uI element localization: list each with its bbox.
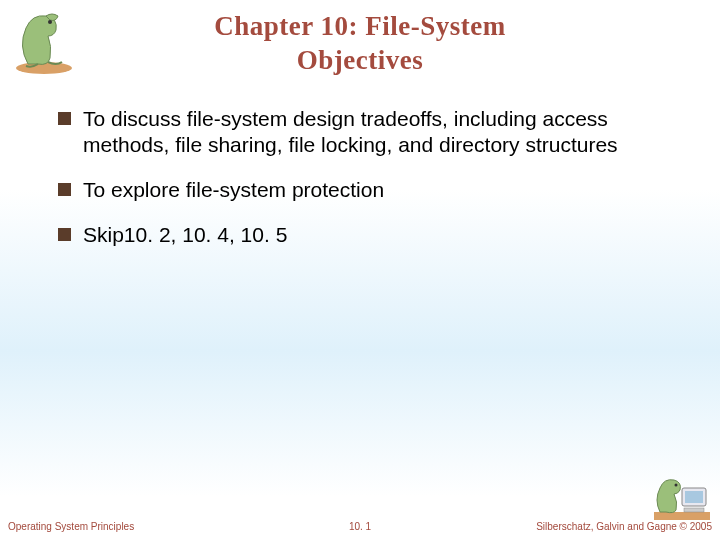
list-item: To discuss file-system design tradeoffs,… xyxy=(58,106,670,160)
footer-book-title: Operating System Principles xyxy=(8,521,134,532)
slide-title: Chapter 10: File-System Objectives xyxy=(0,0,720,78)
svg-point-6 xyxy=(675,484,678,487)
bullet-square-icon xyxy=(58,228,71,241)
dinosaur-icon xyxy=(8,6,80,78)
title-line-1: Chapter 10: File-System xyxy=(214,11,505,41)
bullet-list: To discuss file-system design tradeoffs,… xyxy=(58,106,670,250)
svg-rect-4 xyxy=(685,491,703,503)
bullet-square-icon xyxy=(58,183,71,196)
bullet-text: To explore file-system protection xyxy=(83,177,670,204)
footer-page-number: 10. 1 xyxy=(349,521,371,532)
slide-footer: Operating System Principles 10. 1 Silber… xyxy=(0,514,720,534)
footer-copyright: Silberschatz, Galvin and Gagne © 2005 xyxy=(536,521,712,532)
list-item: To explore file-system protection xyxy=(58,177,670,204)
title-line-2: Objectives xyxy=(297,45,423,75)
dinosaur-logo-top-left xyxy=(8,6,80,78)
svg-rect-5 xyxy=(684,508,704,512)
bullet-square-icon xyxy=(58,112,71,125)
bullet-text: Skip10. 2, 10. 4, 10. 5 xyxy=(83,222,670,249)
svg-point-1 xyxy=(48,20,52,24)
bullet-text: To discuss file-system design tradeoffs,… xyxy=(83,106,670,160)
list-item: Skip10. 2, 10. 4, 10. 5 xyxy=(58,222,670,249)
